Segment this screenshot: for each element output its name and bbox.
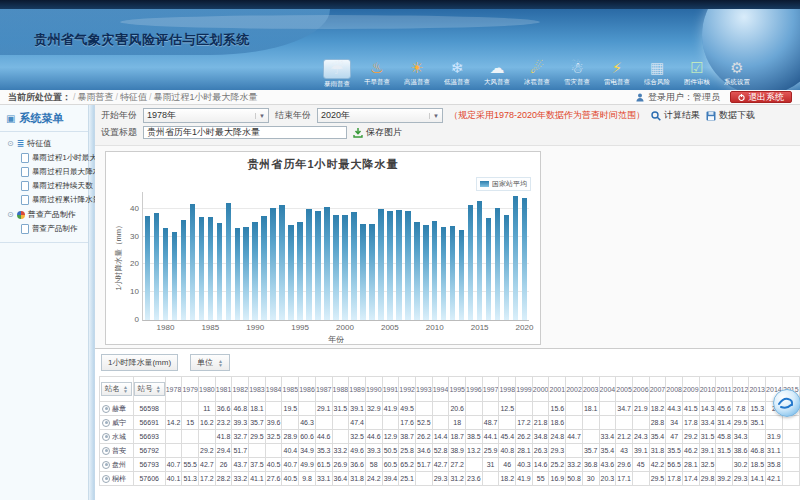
value-cell: 29.4: [215, 444, 232, 458]
page-icon: [21, 195, 29, 205]
unit-filter[interactable]: 单位▲▼: [190, 354, 230, 371]
expander-icon[interactable]: ⊙: [7, 211, 14, 219]
station-name-cell[interactable]: 赫章: [100, 402, 134, 416]
value-cell: [582, 416, 599, 430]
save-image-button[interactable]: 保存图片: [353, 126, 402, 139]
toolbar-item-label: 雪灾普查: [560, 77, 595, 85]
toolbar-item-lightning[interactable]: ⚡雷电普查: [598, 59, 636, 88]
station-name-sort-button[interactable]: 站名▲▼: [101, 382, 132, 396]
sidebar-item[interactable]: 普查产品制作: [2, 222, 86, 236]
chart-title-input[interactable]: [143, 126, 347, 139]
station-marker-icon[interactable]: [102, 419, 110, 427]
col-header-year: 1998: [499, 377, 516, 402]
value-cell: 18.2: [499, 472, 516, 486]
toolbar-item-low-temp[interactable]: ❄低温普查: [438, 59, 476, 88]
toolbar-item-rainstorm[interactable]: ☔暴雨普查: [318, 59, 356, 88]
value-cell: 28.2: [215, 472, 232, 486]
value-cell: 52.5: [415, 416, 432, 430]
value-cell: 34: [666, 416, 683, 430]
sidebar-item[interactable]: 暴雨过程持续天数: [2, 179, 86, 193]
col-header-year: 2012: [732, 377, 749, 402]
value-cell: 39.1: [699, 444, 716, 458]
toolbar-item-map-review[interactable]: ☑图件审核: [678, 59, 716, 88]
bar-2013: [459, 230, 465, 320]
station-name-cell[interactable]: 水城: [100, 430, 134, 444]
toolbar-item-high-temp[interactable]: ☀高温普查: [398, 59, 436, 88]
value-cell: [265, 402, 282, 416]
swirl-icon: [774, 390, 798, 414]
bar-1985: [208, 217, 214, 320]
toolbar-item-drought[interactable]: ♨干旱普查: [358, 59, 396, 88]
snow-disaster-icon: ☃: [564, 59, 590, 77]
tree-group-pie[interactable]: ⊙普查产品制作: [2, 207, 86, 222]
station-marker-icon[interactable]: [102, 447, 110, 455]
value-cell: 29.3: [732, 472, 749, 486]
station-name-cell[interactable]: 盘州: [100, 458, 134, 472]
expander-icon[interactable]: ⊙: [7, 140, 14, 148]
app-title: 贵州省气象灾害风险评估与区划系统: [34, 31, 250, 49]
bar-2014: [468, 205, 474, 320]
tree-group-list[interactable]: ⊙≣特征值: [2, 136, 86, 151]
value-type-filter[interactable]: 1小时降水量(mm): [101, 354, 178, 371]
y-axis-label: 1小时降水量（mm）: [114, 196, 124, 316]
value-cell: 65.2: [399, 458, 416, 472]
station-marker-icon[interactable]: [102, 433, 110, 441]
bar-2016: [486, 218, 492, 320]
map-review-icon: ☑: [684, 59, 710, 77]
toolbar-item-snow-disaster[interactable]: ☃雪灾普查: [558, 59, 596, 88]
station-name-cell[interactable]: 威宁: [100, 416, 134, 430]
bar-2010: [432, 221, 438, 320]
breadcrumb-item[interactable]: 暴雨普查: [78, 92, 114, 102]
value-cell: 18.2: [649, 402, 666, 416]
range-hint: （规定采用1978-2020年数据作为普查时间范围）: [449, 109, 645, 122]
sidebar-item[interactable]: 暴雨过程日最大降水量: [2, 165, 86, 179]
y-tick-label: 10: [130, 287, 139, 296]
toolbar-item-composite-risk[interactable]: ▦综合风险: [638, 59, 676, 88]
value-cell: 31.1: [766, 444, 783, 458]
data-download-button[interactable]: 数据下载: [706, 109, 755, 122]
toolbar-item-system-settings[interactable]: ⚙系统设置: [718, 59, 756, 88]
value-cell: 31.8: [649, 444, 666, 458]
station-name-cell[interactable]: 普安: [100, 444, 134, 458]
end-year-select[interactable]: 2020年▼: [317, 108, 443, 123]
bar-1984: [199, 217, 205, 320]
calculate-button[interactable]: 计算结果: [651, 109, 700, 122]
sidebar-item[interactable]: 暴雨过程累计降水量: [2, 193, 86, 207]
bar-1994: [288, 225, 294, 320]
value-cell: 55: [532, 472, 549, 486]
value-cell: 45.4: [499, 430, 516, 444]
breadcrumb-item[interactable]: 暴雨过程1小时最大降水量: [154, 92, 258, 102]
bar-1982: [181, 220, 187, 320]
station-marker-icon[interactable]: [102, 475, 110, 483]
col-header-year: 2011: [716, 377, 732, 402]
floating-weather-logo[interactable]: [773, 389, 800, 417]
station-name-cell[interactable]: 桐梓: [100, 472, 134, 486]
value-cell: 46: [499, 458, 516, 472]
value-cell: 14.6: [532, 458, 549, 472]
bar-2020: [522, 198, 528, 320]
col-header-year: 1996: [466, 377, 483, 402]
sidebar-item[interactable]: 暴雨过程1小时最大降水量: [2, 151, 86, 165]
value-cell: 41.1: [249, 472, 266, 486]
station-marker-icon[interactable]: [102, 405, 110, 413]
pie-icon: [17, 211, 25, 219]
station-name: 赫章: [112, 404, 126, 414]
toolbar-item-gale[interactable]: ☁大风普查: [478, 59, 516, 88]
value-cell: 30: [582, 472, 599, 486]
value-cell: 20.3: [599, 472, 616, 486]
value-cell: [599, 402, 616, 416]
value-cell: 26.2: [415, 430, 432, 444]
value-cell: 36.6: [215, 402, 232, 416]
value-cell: [516, 402, 533, 416]
station-id-sort-button[interactable]: 站号▲▼: [134, 382, 165, 396]
toolbar-item-hail[interactable]: ☄冰雹普查: [518, 59, 556, 88]
user-icon: [636, 93, 644, 102]
value-cell: 26.2: [516, 430, 533, 444]
value-cell: 29.3: [432, 472, 449, 486]
logout-button[interactable]: 退出系统: [730, 91, 792, 103]
start-year-select[interactable]: 1978年▼: [143, 108, 269, 123]
value-cell: 17.8: [682, 416, 699, 430]
value-cell: 25.2: [549, 458, 566, 472]
breadcrumb-item[interactable]: 特征值: [120, 92, 147, 102]
station-marker-icon[interactable]: [102, 461, 110, 469]
